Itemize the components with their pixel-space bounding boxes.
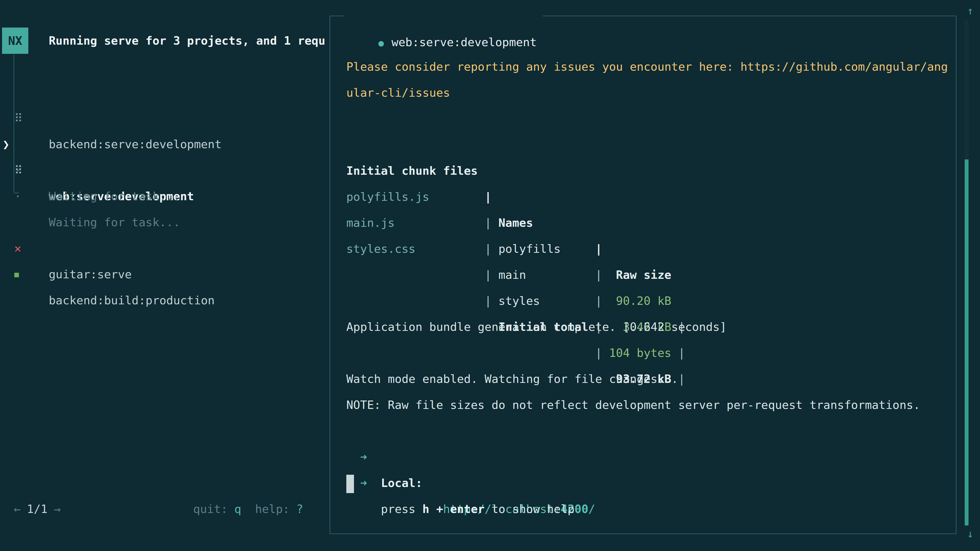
blank-line [346, 236, 945, 262]
help-label: help: [255, 496, 290, 522]
success-square-icon: ■ [14, 262, 19, 287]
task-row-web-serve[interactable]: ❯ ⠿ web:serve:development [0, 105, 327, 131]
chunk-table-header: Initial chunk files | Names | Raw size [346, 132, 945, 158]
app-header: NX Running serve for 3 projects, and 1 r… [2, 27, 327, 54]
blank-line [346, 288, 945, 314]
running-dot-icon: ● [378, 38, 384, 48]
panel-title: ●web:serve:development [345, 3, 543, 29]
local-url-line: ➜ Local: http://localhost:4200/ [346, 418, 945, 444]
bundle-complete-line: Application bundle generation complete. … [346, 314, 945, 340]
task-row-backend-build[interactable]: ■ backend:build:production [0, 235, 327, 262]
table-total-row: | Initial total | 93.72 kB [346, 262, 945, 288]
notice-line: ular-cli/issues [346, 80, 945, 106]
blank-line [346, 340, 945, 366]
notice-text: Please consider reporting any issues you… [346, 60, 948, 73]
table-row: styles.css | styles | 104 bytes | [346, 210, 945, 236]
task-row-backend-serve[interactable]: ⠿ backend:serve:development [0, 79, 327, 105]
cursor-line [346, 470, 945, 496]
task-output-panel: ●web:serve:development Please consider r… [329, 16, 956, 534]
press-suffix: to show help [485, 502, 574, 516]
scrollbar-thumb[interactable] [965, 159, 969, 526]
page-next-icon[interactable]: → [54, 496, 60, 522]
help-hint-line: ➜ press h + enter to show help [346, 444, 945, 470]
task-list-spacer [0, 183, 327, 210]
nx-logo: NX [2, 27, 28, 54]
scroll-up-icon[interactable]: ↑ [963, 6, 978, 16]
watch-mode-line: Watch mode enabled. Watching for file ch… [346, 366, 945, 392]
press-prefix: press [381, 502, 422, 516]
help-key: ? [296, 496, 303, 522]
task-label: guitar:serve [49, 262, 132, 287]
note-text: NOTE: Raw file sizes do not reflect deve… [346, 398, 920, 412]
task-label: backend:build:production [49, 287, 215, 313]
task-row-waiting-2[interactable]: · Waiting for task... [0, 157, 327, 183]
page-indicator: 1/1 [27, 496, 48, 522]
status-bar: ← 1/1 → quit: q help: ? [14, 496, 303, 522]
terminal-output: Please consider reporting any issues you… [346, 54, 945, 496]
help-hint-text: press h + enter to show help [381, 496, 574, 522]
press-keys: h + enter [422, 502, 485, 516]
page-prev-icon[interactable]: ← [14, 496, 21, 522]
pagination: ← 1/1 → [14, 496, 60, 522]
task-list: ⠿ backend:serve:development ❯ ⠿ web:serv… [0, 79, 327, 262]
terminal-cursor [346, 475, 354, 493]
notice-line: Please consider reporting any issues you… [346, 54, 945, 80]
note-line: NOTE: Raw file sizes do not reflect deve… [346, 392, 945, 418]
panel-title-text: web:serve:development [391, 35, 537, 49]
table-row: polyfills.js | polyfills | 90.20 kB | [346, 158, 945, 184]
notice-text: ular-cli/issues [346, 86, 450, 100]
quit-key: q [234, 496, 241, 522]
bundle-complete-text: Application bundle generation complete. … [346, 320, 727, 333]
task-row-guitar-serve[interactable]: ✕ guitar:serve [0, 210, 327, 235]
key-hints: quit: q help: ? [193, 496, 303, 522]
table-row: main.js | main | 3.42 kB | [346, 184, 945, 210]
url-suffix: / [588, 502, 595, 516]
page-title: Running serve for 3 projects, and 1 requ [49, 34, 327, 48]
blank-line [346, 106, 945, 132]
watch-mode-text: Watch mode enabled. Watching for file ch… [346, 372, 678, 386]
quit-label: quit: [193, 496, 228, 522]
task-row-waiting-1[interactable]: · Waiting for task... [0, 131, 327, 157]
scroll-down-icon[interactable]: ↓ [963, 529, 978, 539]
